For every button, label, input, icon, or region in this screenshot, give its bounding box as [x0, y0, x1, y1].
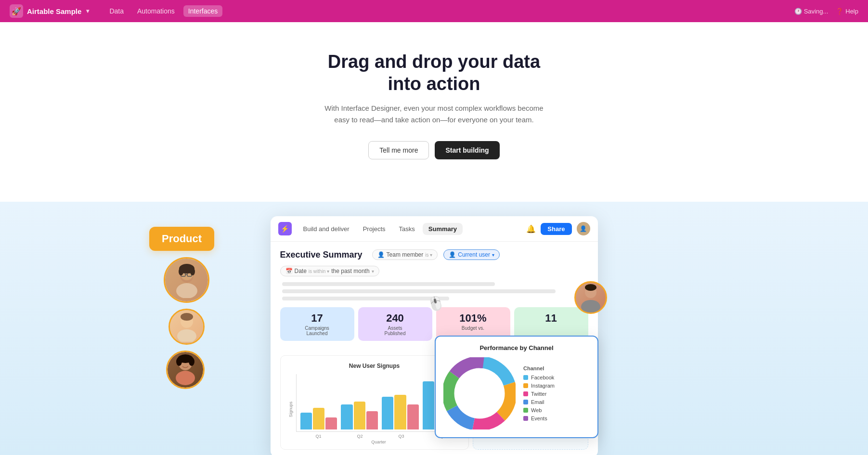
help-icon: ❓ — [836, 8, 843, 15]
user-avatar-small[interactable]: 👤 — [577, 222, 590, 235]
stat-other-num: 11 — [520, 312, 583, 325]
svg-point-26 — [585, 284, 596, 291]
nav-automations[interactable]: Automations — [132, 5, 180, 17]
calendar-icon: 📅 — [285, 268, 293, 274]
legend-header: Channel — [523, 365, 555, 371]
tab-build-and-deliver[interactable]: Build and deliver — [298, 223, 355, 235]
avatar-2 — [168, 309, 205, 345]
bar-q3-pink — [407, 404, 419, 429]
bar-q3-yellow — [394, 395, 406, 429]
legend-web: Web — [523, 407, 555, 413]
logo-icon: 🚀 — [10, 4, 23, 18]
bar-q1-yellow — [313, 408, 324, 429]
hero-buttons: Tell me more Start building — [10, 141, 858, 159]
svg-point-15 — [189, 357, 194, 366]
legend-email-label: Email — [531, 399, 544, 405]
stat-assets-label: AssetsPublished — [364, 325, 427, 336]
product-badge: Product — [149, 227, 214, 251]
bar-group-q2 — [341, 402, 378, 429]
twitter-dot — [523, 391, 528, 396]
topnav-links: Data Automations Interfaces — [104, 5, 222, 17]
stat-assets-num: 240 — [364, 312, 427, 325]
share-button[interactable]: Share — [541, 223, 571, 235]
svg-point-11 — [181, 313, 193, 321]
tab-projects[interactable]: Projects — [357, 223, 391, 235]
stat-campaigns-num: 17 — [286, 312, 349, 325]
legend-twitter: Twitter — [523, 391, 555, 397]
stat-budget-label: Budget vs. — [442, 325, 505, 331]
hero-section: Drag and drop your data into action With… — [0, 22, 868, 202]
bar-group-q1 — [300, 408, 337, 429]
topnav: 🚀 Airtable Sample ▾ Data Automations Int… — [0, 0, 868, 22]
card-nav: ⚡ Build and deliver Projects Tasks Summa… — [271, 216, 598, 242]
facebook-dot — [523, 375, 528, 380]
bar-chart-x-label: Quarter — [296, 440, 462, 444]
tab-summary[interactable]: Summary — [423, 223, 463, 235]
bar-label-q2: Q2 — [341, 434, 379, 439]
clock-icon: 🕐 — [794, 8, 802, 15]
bar-chart-y-label: Signups — [288, 402, 293, 417]
bar-group-q3 — [382, 395, 419, 429]
filter-date[interactable]: 📅 Date is within ▾ the past month ▾ — [280, 266, 379, 276]
svg-point-10 — [177, 329, 196, 342]
filter-team-member[interactable]: 👤 Team member is ▾ — [372, 249, 438, 260]
bar-q2-pink — [366, 411, 378, 429]
legend-email: Email — [523, 399, 555, 405]
web-dot — [523, 408, 528, 413]
current-user-icon: 👤 — [449, 251, 456, 258]
text-line-3 — [282, 297, 450, 300]
tell-more-button[interactable]: Tell me more — [368, 141, 429, 159]
bell-icon[interactable]: 🔔 — [526, 224, 536, 234]
stat-assets: 240 AssetsPublished — [358, 307, 432, 341]
text-line-2 — [282, 289, 556, 293]
saving-text: Saving... — [804, 8, 829, 15]
chevron-down-icon: ▾ — [86, 8, 89, 14]
donut-legend: Channel Facebook Instagram Twitter Email — [523, 365, 555, 421]
app-name: Airtable Sample — [27, 7, 81, 15]
demo-area: Product — [0, 202, 868, 455]
legend-web-label: Web — [531, 407, 542, 413]
card-title: Executive Summary — [280, 250, 363, 260]
events-dot — [523, 416, 528, 421]
svg-point-14 — [176, 357, 182, 366]
avatar-1 — [164, 257, 209, 303]
donut-chart-card: Performance by Channel Channel — [435, 336, 598, 438]
card-nav-right: 🔔 Share 👤 — [526, 222, 590, 235]
nav-interfaces[interactable]: Interfaces — [183, 5, 222, 17]
bar-q3-blue — [382, 397, 393, 429]
text-line-1 — [282, 282, 495, 286]
legend-twitter-label: Twitter — [531, 391, 546, 397]
start-building-button[interactable]: Start building — [435, 141, 499, 159]
avatar-group — [164, 257, 209, 389]
team-member-icon: 👤 — [377, 251, 385, 258]
svg-point-7 — [179, 268, 183, 275]
tab-tasks[interactable]: Tasks — [393, 223, 421, 235]
card-logo-icon: ⚡ — [278, 222, 292, 235]
svg-point-16 — [176, 371, 195, 385]
saving-status: 🕐 Saving... — [794, 8, 829, 15]
app-logo[interactable]: 🚀 Airtable Sample ▾ — [10, 4, 89, 18]
donut-svg — [443, 357, 516, 429]
nav-data[interactable]: Data — [104, 5, 129, 17]
card-nav-tabs: Build and deliver Projects Tasks Summary — [298, 223, 523, 235]
help-link[interactable]: ❓ Help — [836, 8, 858, 15]
bar-label-q3: Q3 — [383, 434, 420, 439]
stat-campaigns-label: CampaignsLaunched — [286, 325, 349, 336]
bar-q2-blue — [341, 404, 352, 429]
hero-subtitle: With Interface Designer, even your most … — [319, 103, 550, 126]
card-header-row: Executive Summary 👤 Team member is ▾ 👤 C… — [280, 249, 588, 276]
svg-point-8 — [190, 268, 195, 275]
instagram-dot — [523, 383, 528, 388]
stat-campaigns: 17 CampaignsLaunched — [280, 307, 354, 341]
hero-title: Drag and drop your data into action — [309, 51, 559, 95]
email-dot — [523, 400, 528, 404]
legend-facebook-label: Facebook — [531, 375, 554, 380]
bar-label-q1: Q1 — [300, 434, 337, 439]
donut-content: Channel Facebook Instagram Twitter Email — [443, 357, 590, 429]
svg-point-2 — [176, 283, 197, 298]
svg-point-23 — [460, 374, 499, 413]
legend-instagram: Instagram — [523, 383, 555, 389]
filter-current-user[interactable]: 👤 Current user ▾ — [443, 249, 500, 260]
avatar-float-right — [574, 281, 607, 314]
legend-facebook: Facebook — [523, 375, 555, 380]
